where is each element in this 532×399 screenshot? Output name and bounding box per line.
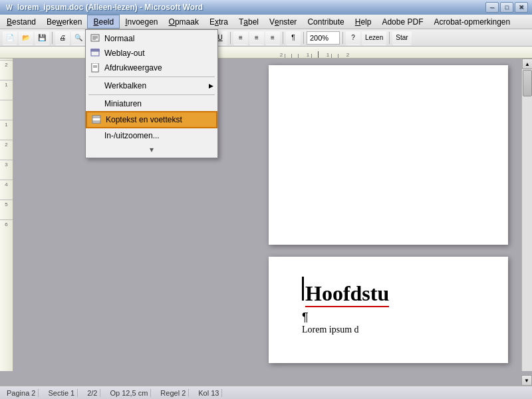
dropdown-beeld: Normaal Weblay-out Afdrukweergave Werkba… xyxy=(85,29,218,158)
new-button[interactable]: 📄 xyxy=(3,31,17,45)
menu-acrobat[interactable]: Acrobat-opmerkingen xyxy=(428,15,515,29)
scroll-thumb[interactable] xyxy=(523,70,532,96)
svg-rect-12 xyxy=(92,121,100,123)
minimize-button[interactable]: ─ xyxy=(485,2,499,13)
align-center-button[interactable]: ≡ xyxy=(249,31,264,45)
ruler-mark-4: 4 xyxy=(0,180,13,200)
ruler-mark-2b: 2 xyxy=(0,140,13,160)
dd-werkbalken[interactable]: Werkbalken xyxy=(86,78,217,93)
afdruk-icon xyxy=(90,63,100,73)
ruler-mark-1b: 1 xyxy=(0,120,13,140)
ruler-mark-3: 3 xyxy=(0,160,13,180)
menu-bewerken[interactable]: Bewerken xyxy=(41,15,87,29)
normaal-icon xyxy=(90,33,100,44)
werkbalken-icon xyxy=(90,80,100,91)
main-area: 2 1 1 2 3 4 5 6 Hoofdstu ¶ Lorem ipsum d… xyxy=(0,59,532,371)
dd-miniaturen[interactable]: Miniaturen xyxy=(86,96,217,111)
horizontal-ruler: 2 1 1 2 xyxy=(0,47,532,59)
page-gap xyxy=(269,245,508,257)
ruler-mark-0 xyxy=(0,100,13,120)
status-section: Sectie 1 xyxy=(45,389,78,397)
menu-invoegen[interactable]: Invoegen xyxy=(120,15,163,29)
dd-koptekst[interactable]: Koptekst en voettekst xyxy=(86,111,217,128)
paragraph-button[interactable]: ¶ xyxy=(286,31,301,45)
svg-rect-11 xyxy=(92,116,100,118)
dd-more-button[interactable]: ▾ xyxy=(86,143,217,156)
scroll-down-button[interactable]: ▼ xyxy=(521,375,532,386)
dd-normaal[interactable]: Normaal xyxy=(86,31,217,46)
dd-koptekst-label: Koptekst en voettekst xyxy=(106,115,182,124)
dd-inuitzoomen-label: In-/uitzoomen... xyxy=(104,131,160,140)
dd-inuitzoomen[interactable]: In-/uitzoomen... xyxy=(86,128,217,143)
menu-opmaak[interactable]: Opmaak xyxy=(164,15,204,29)
dd-miniaturen-label: Miniaturen xyxy=(104,99,142,108)
toolbar-separator-8 xyxy=(342,32,343,44)
inuitzoomen-icon xyxy=(90,130,100,141)
dd-werkbalken-label: Werkbalken xyxy=(104,81,146,90)
menu-contribute[interactable]: Contribute xyxy=(302,15,349,29)
dd-weblayout-label: Weblay-out xyxy=(104,49,144,58)
toolbar-separator-7 xyxy=(303,32,304,44)
menu-beeld[interactable]: Beeld xyxy=(87,15,120,29)
dd-separator-2 xyxy=(88,94,215,95)
status-page: Pagina 2 xyxy=(4,389,39,397)
heading-text: Hoofdstu xyxy=(305,281,389,307)
vertical-ruler: 2 1 1 2 3 4 5 6 xyxy=(0,59,13,371)
toolbar-separator-6 xyxy=(283,32,283,44)
read-button[interactable]: Lezen xyxy=(362,31,386,45)
close-button[interactable]: ✕ xyxy=(515,2,528,13)
scroll-up-button[interactable]: ▲ xyxy=(522,59,532,69)
menu-tabel[interactable]: Tabel xyxy=(233,15,264,29)
menu-venster[interactable]: Venster xyxy=(264,15,302,29)
toolbar: 📄 📂 💾 🖨 🔍 ✂ 📋 📌 ↩ ↪ B I U ≡ ≡ ≡ ¶ 200% ?… xyxy=(0,29,532,47)
heading-line: Hoofdstu xyxy=(302,277,501,307)
ruler-mark-2: 2 xyxy=(0,60,13,80)
menu-help[interactable]: Help xyxy=(350,15,377,29)
window-controls: ─ □ ✕ xyxy=(485,2,528,13)
title-bar: W lorem_ipsum.doc (Alleen-lezen) - Micro… xyxy=(0,0,532,15)
status-pos: Op 12,5 cm xyxy=(107,389,151,397)
dd-afdruk-label: Afdrukweergave xyxy=(104,63,162,72)
ruler-mark-1: 1 xyxy=(0,80,13,100)
maximize-button[interactable]: □ xyxy=(500,2,513,13)
word-icon: W xyxy=(4,2,15,13)
status-line: Regel 2 xyxy=(158,389,189,397)
save-button[interactable]: 💾 xyxy=(35,31,49,45)
koptekst-icon xyxy=(91,114,102,125)
open-button[interactable]: 📂 xyxy=(19,31,33,45)
ruler-mark-5: 5 xyxy=(0,200,13,219)
toolbar-separator-5 xyxy=(230,32,231,44)
dd-weblayout[interactable]: Weblay-out xyxy=(86,46,217,61)
status-bar: Pagina 2 Sectie 1 2/2 Op 12,5 cm Regel 2… xyxy=(0,386,532,399)
dd-afdruk[interactable]: Afdrukweergave xyxy=(86,61,217,75)
menu-bar: Bestand Bewerken Beeld Invoegen Opmaak E… xyxy=(0,15,532,29)
preview-button[interactable]: 🔍 xyxy=(71,31,86,45)
start-button[interactable]: Star xyxy=(392,31,411,45)
menu-extra[interactable]: Extra xyxy=(204,15,233,29)
title-text: lorem_ipsum.doc (Alleen-lezen) - Microso… xyxy=(17,3,485,12)
align-right-button[interactable]: ≡ xyxy=(265,31,280,45)
menu-bestand[interactable]: Bestand xyxy=(1,15,41,29)
menu-adobe-pdf[interactable]: Adobe PDF xyxy=(376,15,428,29)
print-button[interactable]: 🖨 xyxy=(55,31,70,45)
align-left-button[interactable]: ≡ xyxy=(233,31,248,45)
body-text: Lorem ipsum d xyxy=(302,325,359,334)
help-icon[interactable]: ? xyxy=(346,31,360,45)
ruler-ticks: 2 1 1 2 xyxy=(278,47,532,58)
paragraph-mark: ¶ xyxy=(302,311,501,325)
toolbar-separator-9 xyxy=(389,32,390,44)
miniaturen-icon xyxy=(90,98,100,109)
dd-separator-1 xyxy=(88,76,215,77)
vertical-scrollbar[interactable]: ▲ ▼ xyxy=(521,59,532,371)
status-col: Kol 13 xyxy=(196,389,222,397)
svg-rect-5 xyxy=(91,49,99,51)
status-pages: 2/2 xyxy=(84,389,100,397)
dd-normaal-label: Normaal xyxy=(104,34,134,43)
dd-more-icon: ▾ xyxy=(150,145,154,154)
page-bottom: Hoofdstu ¶ Lorem ipsum d xyxy=(269,257,508,363)
text-cursor xyxy=(302,277,304,301)
zoom-select[interactable]: 200% xyxy=(307,31,340,45)
toolbar-separator-1 xyxy=(52,32,53,44)
ruler-mark-6: 6 xyxy=(0,219,13,239)
weblayout-icon xyxy=(90,48,100,59)
